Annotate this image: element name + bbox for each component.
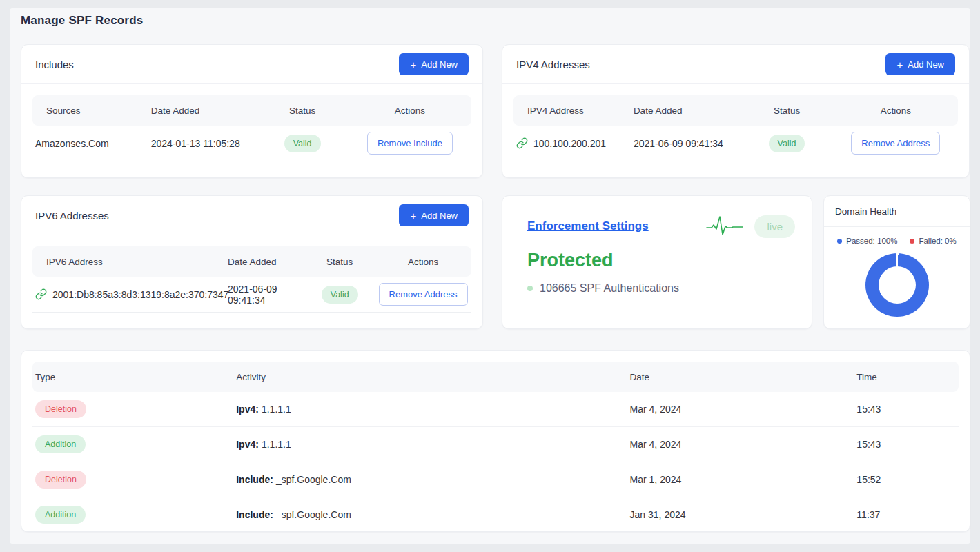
activity-value: 1.1.1.1 <box>262 439 291 450</box>
col-actions: Actions <box>834 106 958 116</box>
activity-date: Mar 4, 2024 <box>630 404 857 415</box>
activity-label: Ipv4: <box>236 439 259 450</box>
col-date-added: Date Added <box>228 257 304 267</box>
domain-health-title: Domain Health <box>824 196 970 227</box>
heartbeat-icon <box>706 214 743 239</box>
live-badge: live <box>754 215 795 238</box>
donut-legend: Passed: 100% Failed: 0% <box>824 237 970 245</box>
activity-label: Ipv4: <box>236 404 259 415</box>
type-badge: Deletion <box>35 400 86 418</box>
legend-passed: Passed: 100% <box>837 237 897 245</box>
spf-authentications-stat: 106665 SPF Authentications <box>527 282 795 295</box>
type-badge: Addition <box>35 506 86 524</box>
legend-passed-label: Passed: 100% <box>846 237 897 245</box>
add-new-label: Add New <box>421 59 458 70</box>
ipv4-title: IPV4 Addresses <box>516 59 590 70</box>
activity-value: 1.1.1.1 <box>262 404 291 415</box>
col-status: Status <box>256 106 349 116</box>
ipv6-date: 2021-06-09 09:41:34 <box>228 284 304 306</box>
col-actions: Actions <box>349 106 471 116</box>
plus-icon: + <box>410 210 416 221</box>
col-date-added: Date Added <box>151 106 257 116</box>
ipv6-add-new-button[interactable]: + Add New <box>399 204 469 226</box>
page-title: Manage SPF Records <box>21 14 143 28</box>
activity-value: _spf.Google.Com <box>276 509 351 520</box>
ipv4-card: IPV4 Addresses + Add New IPV4 Address Da… <box>502 44 970 178</box>
activity-date: Jan 31, 2024 <box>630 509 857 520</box>
activity-date: Mar 1, 2024 <box>630 474 857 485</box>
type-badge: Addition <box>35 435 86 453</box>
enforcement-card: Enforcement Settings live Protected 1066… <box>502 195 812 329</box>
includes-add-new-button[interactable]: + Add New <box>399 53 469 75</box>
status-badge: Valid <box>322 286 358 304</box>
ipv4-table-header: IPV4 Address Date Added Status Actions <box>513 95 958 126</box>
col-date: Date <box>630 372 857 382</box>
activity-row: Addition Ipv4:1.1.1.1 Mar 4, 2024 15:43 <box>32 427 959 462</box>
legend-failed: Failed: 0% <box>910 237 956 245</box>
status-badge: Valid <box>284 135 321 152</box>
ipv4-date: 2021-06-09 09:41:34 <box>634 138 741 149</box>
add-new-label: Add New <box>421 210 458 221</box>
remove-include-button[interactable]: Remove Include <box>367 132 453 155</box>
include-date: 2024-01-13 11:05:28 <box>151 138 257 149</box>
type-badge: Deletion <box>35 471 86 489</box>
col-status: Status <box>304 257 375 267</box>
activity-time: 15:43 <box>856 404 959 415</box>
ipv6-table: IPV6 Address Date Added Status Actions 2… <box>21 235 482 313</box>
ipv4-table: IPV4 Address Date Added Status Actions 1… <box>502 84 969 161</box>
ipv6-row: 2001:Db8:85a3:8d3:1319:8a2e:370:7347 202… <box>32 277 471 313</box>
col-time: Time <box>856 372 959 382</box>
col-date-added: Date Added <box>634 106 741 116</box>
col-activity: Activity <box>236 372 629 382</box>
ipv4-card-header: IPV4 Addresses + Add New <box>502 45 969 84</box>
ipv6-card: IPV6 Addresses + Add New IPV6 Address Da… <box>21 195 483 329</box>
activity-log-card: Type Activity Date Time Deletion Ipv4:1.… <box>21 350 970 532</box>
ipv6-title: IPV6 Addresses <box>35 210 109 221</box>
activity-time: 11:37 <box>856 509 959 520</box>
includes-card-header: Includes + Add New <box>21 45 482 84</box>
spf-authentications-text: 106665 SPF Authentications <box>540 282 679 295</box>
plus-icon: + <box>896 59 903 70</box>
link-icon <box>516 137 528 149</box>
protection-status: Protected <box>527 250 795 271</box>
passed-dot-icon <box>837 239 842 244</box>
activity-value: _spf.Google.Com <box>276 474 351 485</box>
plus-icon: + <box>410 59 416 70</box>
status-badge: Valid <box>769 135 805 152</box>
activity-time: 15:52 <box>856 474 959 485</box>
includes-table-header: Sources Date Added Status Actions <box>32 95 471 126</box>
col-status: Status <box>740 106 833 116</box>
col-sources: Sources <box>32 106 151 116</box>
legend-failed-label: Failed: 0% <box>919 237 956 245</box>
link-icon <box>35 288 47 300</box>
col-ipv4-address: IPV4 Address <box>513 106 634 116</box>
domain-health-card: Domain Health Passed: 100% Failed: 0% <box>823 195 970 329</box>
ipv4-add-new-button[interactable]: + Add New <box>885 53 955 75</box>
ipv4-row: 100.100.200.201 2021-06-09 09:41:34 Vali… <box>513 126 958 161</box>
enforcement-settings-link[interactable]: Enforcement Settings <box>527 219 649 233</box>
add-new-label: Add New <box>908 59 944 70</box>
ipv6-table-header: IPV6 Address Date Added Status Actions <box>32 246 471 277</box>
remove-address-button[interactable]: Remove Address <box>379 283 468 306</box>
ipv4-address: 100.100.200.201 <box>533 138 606 149</box>
ipv6-card-header: IPV6 Addresses + Add New <box>21 196 482 235</box>
col-actions: Actions <box>375 257 471 267</box>
activity-label: Include: <box>236 509 273 520</box>
includes-row: Amazonses.Com 2024-01-13 11:05:28 Valid … <box>32 126 471 161</box>
activity-row: Deletion Ipv4:1.1.1.1 Mar 4, 2024 15:43 <box>32 392 959 427</box>
col-ipv6-address: IPV6 Address <box>32 257 228 267</box>
activity-row: Deletion Include:_spf.Google.Com Mar 1, … <box>32 462 959 497</box>
bullet-dot-icon <box>527 286 533 291</box>
remove-address-button[interactable]: Remove Address <box>851 132 940 155</box>
activity-table-header: Type Activity Date Time <box>32 362 959 392</box>
includes-title: Includes <box>35 59 74 70</box>
ipv6-address: 2001:Db8:85a3:8d3:1319:8a2e:370:7347 <box>52 289 228 300</box>
col-type: Type <box>32 372 236 382</box>
activity-row: Addition Include:_spf.Google.Com Jan 31,… <box>32 497 959 532</box>
domain-health-donut-chart <box>865 253 929 317</box>
activity-time: 15:43 <box>856 439 959 450</box>
activity-label: Include: <box>236 474 273 485</box>
includes-table: Sources Date Added Status Actions Amazon… <box>21 84 482 161</box>
include-source: Amazonses.Com <box>35 138 109 149</box>
includes-card: Includes + Add New Sources Date Added St… <box>21 44 483 178</box>
